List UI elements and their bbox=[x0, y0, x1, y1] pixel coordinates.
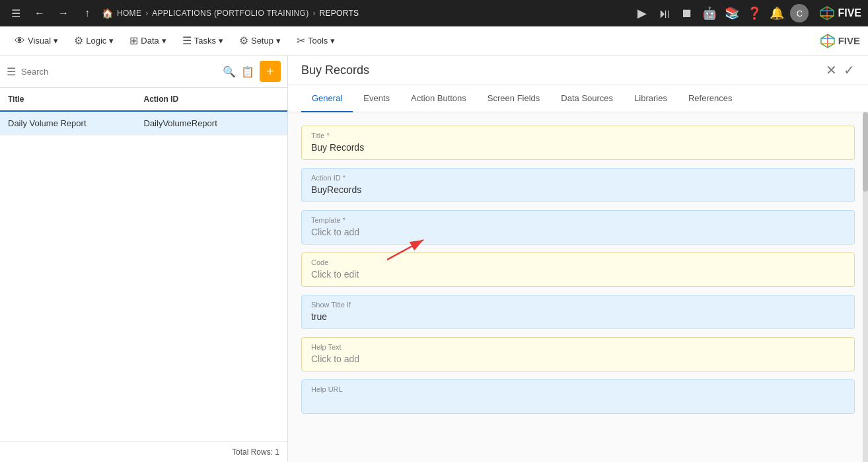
field-show-title-if-label: Show Title If bbox=[311, 301, 845, 309]
data-menu[interactable]: ⊞ Data ▾ bbox=[123, 30, 172, 51]
tab-screen-fields[interactable]: Screen Fields bbox=[477, 85, 550, 112]
tabs: General Events Action Buttons Screen Fie… bbox=[288, 85, 868, 112]
field-title-label: Title * bbox=[311, 132, 845, 139]
five-logo-toolbar: FIVE bbox=[820, 33, 860, 49]
copy-icon[interactable]: 📋 bbox=[241, 65, 254, 78]
left-panel: ☰ 🔍 📋 + Title Action ID Daily Volume Rep… bbox=[0, 56, 288, 462]
play-icon[interactable]: ▶ bbox=[633, 4, 651, 22]
five-toolbar-logo-icon bbox=[820, 33, 836, 49]
logic-menu[interactable]: ⚙ Logic ▾ bbox=[67, 30, 120, 51]
setup-icon: ⚙ bbox=[239, 34, 248, 47]
row-action-id: DailyVolumeReport bbox=[144, 118, 280, 128]
panel-title: Buy Records bbox=[301, 63, 826, 77]
field-template-value: Click to add bbox=[311, 227, 845, 237]
field-code-value: Click to edit bbox=[311, 269, 845, 280]
nav-actions: ▶ ⏯ ⏹ 🤖 📚 ❓ 🔔 C bbox=[633, 4, 809, 22]
field-title[interactable]: Title * Buy Records bbox=[301, 126, 855, 160]
eye-icon: 👁 bbox=[15, 35, 25, 47]
breadcrumb-reports[interactable]: REPORTS bbox=[319, 9, 359, 18]
logic-icon: ⚙ bbox=[74, 34, 83, 47]
tab-events[interactable]: Events bbox=[353, 85, 400, 112]
bot-icon[interactable]: 🤖 bbox=[700, 4, 719, 22]
tab-action-buttons[interactable]: Action Buttons bbox=[400, 85, 477, 112]
tab-general[interactable]: General bbox=[301, 85, 353, 112]
help-icon[interactable]: ❓ bbox=[745, 4, 764, 22]
field-help-text-value: Click to add bbox=[311, 354, 845, 364]
field-template-label: Template * bbox=[311, 216, 845, 224]
save-check-icon[interactable]: ✓ bbox=[844, 62, 855, 78]
forward-icon[interactable]: → bbox=[54, 4, 73, 22]
field-show-title-if-value: true bbox=[311, 311, 845, 322]
search-input[interactable] bbox=[21, 67, 217, 77]
col-action-id-header: Action ID bbox=[144, 95, 280, 104]
five-logo: FIVE bbox=[819, 5, 861, 21]
row-title: Daily Volume Report bbox=[8, 118, 144, 128]
field-title-value: Buy Records bbox=[311, 142, 845, 153]
field-action-id-value: BuyRecords bbox=[311, 184, 845, 195]
search-bar: ☰ 🔍 📋 + bbox=[0, 56, 287, 88]
search-icon[interactable]: 🔍 bbox=[223, 65, 236, 78]
stop-icon[interactable]: ⏹ bbox=[678, 4, 696, 22]
field-help-url[interactable]: Help URL bbox=[301, 379, 855, 414]
back-icon[interactable]: ← bbox=[30, 4, 49, 22]
play-circle-icon[interactable]: ⏯ bbox=[655, 4, 674, 22]
field-action-id-label: Action ID * bbox=[311, 174, 845, 182]
table-footer: Total Rows: 1 bbox=[0, 442, 287, 462]
field-action-id[interactable]: Action ID * BuyRecords bbox=[301, 168, 855, 202]
tasks-menu[interactable]: ☰ Tasks ▾ bbox=[176, 30, 230, 51]
tab-references[interactable]: References bbox=[678, 85, 742, 112]
top-nav: ☰ ← → ↑ 🏠 HOME › APPLICATIONS (PORTFOLIO… bbox=[0, 0, 868, 26]
home-icon: 🏠 bbox=[102, 8, 113, 19]
scrollbar-track[interactable] bbox=[863, 112, 868, 462]
tools-icon: ✂ bbox=[297, 34, 305, 47]
five-logo-icon bbox=[819, 5, 835, 21]
tasks-icon: ☰ bbox=[182, 34, 192, 47]
breadcrumb-home[interactable]: HOME bbox=[117, 9, 141, 18]
avatar[interactable]: C bbox=[790, 4, 809, 22]
close-icon[interactable]: ✕ bbox=[826, 62, 837, 78]
field-help-text[interactable]: Help Text Click to add bbox=[301, 337, 855, 371]
tab-data-sources[interactable]: Data Sources bbox=[550, 85, 624, 112]
right-panel-header: Buy Records ✕ ✓ bbox=[288, 56, 868, 85]
notification-icon[interactable]: 🔔 bbox=[768, 4, 786, 22]
breadcrumb-app[interactable]: APPLICATIONS (PORTFOLIO TRAINING) bbox=[152, 9, 308, 18]
toolbar: 👁 Visual ▾ ⚙ Logic ▾ ⊞ Data ▾ ☰ Tasks ▾ … bbox=[0, 26, 868, 56]
books-icon[interactable]: 📚 bbox=[723, 4, 741, 22]
field-show-title-if[interactable]: Show Title If true bbox=[301, 295, 855, 329]
field-help-text-label: Help Text bbox=[311, 343, 845, 351]
filter-icon[interactable]: ☰ bbox=[7, 65, 16, 78]
menu-icon[interactable]: ☰ bbox=[7, 4, 25, 22]
field-code-label: Code bbox=[311, 258, 845, 266]
right-panel: Buy Records ✕ ✓ General Events Action Bu… bbox=[288, 56, 868, 462]
add-button[interactable]: + bbox=[260, 61, 281, 82]
table-header: Title Action ID bbox=[0, 88, 287, 112]
breadcrumb: 🏠 HOME › APPLICATIONS (PORTFOLIO TRAININ… bbox=[102, 8, 628, 19]
tab-libraries[interactable]: Libraries bbox=[624, 85, 678, 112]
main-layout: ☰ 🔍 📋 + Title Action ID Daily Volume Rep… bbox=[0, 56, 868, 462]
data-icon: ⊞ bbox=[129, 34, 138, 47]
visual-menu[interactable]: 👁 Visual ▾ bbox=[8, 31, 65, 51]
table-row[interactable]: Daily Volume Report DailyVolumeReport bbox=[0, 112, 287, 135]
col-title-header: Title bbox=[8, 95, 144, 104]
field-help-url-label: Help URL bbox=[311, 385, 845, 393]
tools-menu[interactable]: ✂ Tools ▾ bbox=[290, 30, 342, 51]
field-template[interactable]: Template * Click to add bbox=[301, 210, 855, 245]
up-icon[interactable]: ↑ bbox=[78, 4, 96, 22]
setup-menu[interactable]: ⚙ Setup ▾ bbox=[233, 30, 287, 51]
field-code[interactable]: Code Click to edit bbox=[301, 252, 855, 287]
form-content: Title * Buy Records Action ID * BuyRecor… bbox=[288, 112, 868, 462]
scrollbar-thumb[interactable] bbox=[863, 112, 868, 192]
